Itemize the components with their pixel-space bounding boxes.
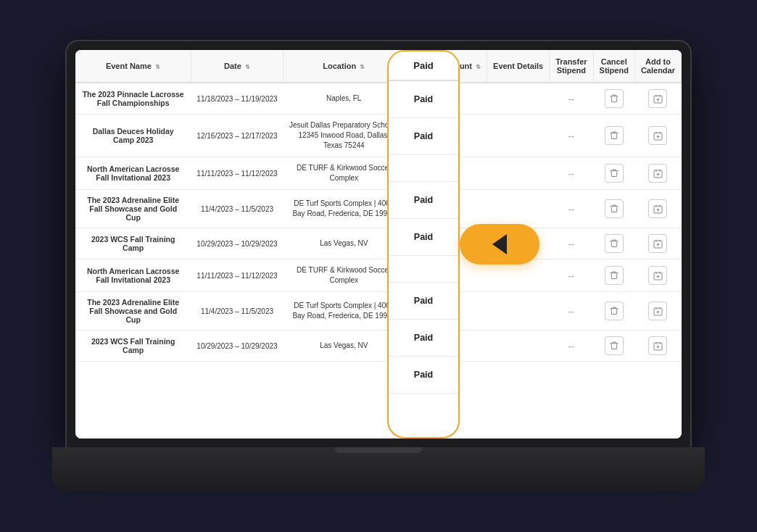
cell-event-details xyxy=(487,292,550,331)
trash-icon xyxy=(610,204,619,214)
cell-date: 12/16/2023 – 12/17/2023 xyxy=(191,115,283,157)
highlight-cell-7: Paid xyxy=(389,283,458,320)
cell-cancel[interactable] xyxy=(593,83,634,115)
col-cancel: CancelStipend xyxy=(593,50,634,83)
cell-cancel[interactable] xyxy=(593,157,634,190)
cell-location: DE TURF & Kirkwood Soccer Complex xyxy=(284,157,405,190)
cell-cancel[interactable] xyxy=(593,190,634,228)
cell-event-details xyxy=(487,331,550,362)
cancel-stipend-btn[interactable] xyxy=(605,266,624,285)
table-row: The 2023 Pinnacle Lacrosse Fall Champion… xyxy=(75,83,682,115)
cell-location: Las Vegas, NV xyxy=(284,228,405,259)
cell-cancel[interactable] xyxy=(593,331,634,362)
cell-event-details xyxy=(487,83,550,115)
calendar-add-icon xyxy=(653,271,663,280)
cell-event-details xyxy=(487,157,550,190)
col-date[interactable]: Date ⇅ xyxy=(191,50,283,83)
table-row: The 2023 Adrenaline Elite Fall Showcase … xyxy=(75,190,682,228)
col-location[interactable]: Location ⇅ xyxy=(284,50,405,83)
cell-cancel[interactable] xyxy=(593,259,634,292)
cell-location: DE Turf Sports Complex | 4000 Bay Road, … xyxy=(284,190,405,228)
highlight-cell-9: Paid xyxy=(389,357,458,394)
cell-event-name: The 2023 Adrenaline Elite Fall Showcase … xyxy=(75,292,191,331)
trash-icon xyxy=(610,130,619,141)
table-row: 2023 WCS Fall Training Camp 10/29/2023 –… xyxy=(75,331,682,362)
cell-date: 11/18/2023 – 11/19/2023 xyxy=(191,83,283,115)
add-calendar-btn[interactable] xyxy=(648,336,667,355)
cell-calendar[interactable] xyxy=(634,259,681,292)
col-event-details: Event Details xyxy=(487,50,550,83)
cell-cancel[interactable] xyxy=(593,292,634,331)
table-row: North American Lacrosse Fall Invitationa… xyxy=(75,157,682,190)
cell-date: 11/4/2023 – 11/5/2023 xyxy=(191,292,283,331)
calendar-add-icon xyxy=(653,307,663,316)
add-calendar-btn[interactable] xyxy=(648,199,667,218)
cancel-stipend-btn[interactable] xyxy=(605,302,624,320)
cell-transfer: -- xyxy=(550,259,593,292)
add-calendar-btn[interactable] xyxy=(648,126,667,145)
cancel-stipend-btn[interactable] xyxy=(605,199,624,218)
cell-calendar[interactable] xyxy=(634,292,681,331)
cell-transfer: -- xyxy=(550,83,593,115)
sort-icon-event: ⇅ xyxy=(155,64,160,70)
cell-event-name: 2023 WCS Fall Training Camp xyxy=(75,331,191,362)
col-event-name[interactable]: Event Name ⇅ xyxy=(75,50,191,83)
cell-event-details xyxy=(487,115,550,157)
add-calendar-btn[interactable] xyxy=(648,164,667,183)
highlight-cell-6 xyxy=(389,256,458,283)
calendar-add-icon xyxy=(653,94,663,104)
cancel-stipend-btn[interactable] xyxy=(605,89,624,108)
laptop-bezel: Event Name ⇅ Date ⇅ Location ⇅ Stipend A… xyxy=(67,41,690,447)
cancel-stipend-btn[interactable] xyxy=(605,234,624,253)
cell-date: 10/29/2023 – 10/29/2023 xyxy=(191,228,283,259)
trash-icon xyxy=(610,306,619,316)
cell-location: Jesuit Dallas Preparatory School | 12345… xyxy=(284,115,405,157)
scroll-left-button[interactable] xyxy=(460,224,539,265)
laptop-wrapper: Event Name ⇅ Date ⇅ Location ⇅ Stipend A… xyxy=(52,41,705,491)
cell-transfer: -- xyxy=(550,115,593,157)
cell-calendar[interactable] xyxy=(634,190,681,228)
add-calendar-btn[interactable] xyxy=(648,266,667,285)
cell-calendar[interactable] xyxy=(634,115,681,157)
cell-calendar[interactable] xyxy=(634,331,681,362)
events-table: Event Name ⇅ Date ⇅ Location ⇅ Stipend A… xyxy=(75,50,682,362)
table-body: The 2023 Pinnacle Lacrosse Fall Champion… xyxy=(75,83,682,362)
col-transfer: TransferStipend xyxy=(550,50,593,83)
trash-icon xyxy=(610,341,619,351)
cell-date: 11/11/2023 – 11/12/2023 xyxy=(191,259,283,292)
cell-transfer: -- xyxy=(550,157,593,190)
cell-event-name: Dallas Deuces Holiday Camp 2023 xyxy=(75,115,191,157)
highlight-cell-4: Paid xyxy=(389,182,458,219)
add-calendar-btn[interactable] xyxy=(648,234,667,253)
calendar-add-icon xyxy=(653,131,663,141)
cell-event-name: North American Lacrosse Fall Invitationa… xyxy=(75,157,191,190)
sort-icon-date: ⇅ xyxy=(245,64,250,70)
cell-event-name: The 2023 Pinnacle Lacrosse Fall Champion… xyxy=(75,83,191,115)
arrow-left-icon xyxy=(492,234,507,254)
cell-calendar[interactable] xyxy=(634,83,681,115)
highlight-cell-3 xyxy=(389,155,458,182)
stipend-column-highlight: Paid Paid Paid Paid Paid Paid Paid Paid xyxy=(387,50,460,439)
cell-calendar[interactable] xyxy=(634,157,681,190)
cell-location: Las Vegas, NV xyxy=(284,331,405,362)
highlight-cell-8: Paid xyxy=(389,320,458,357)
cell-transfer: -- xyxy=(550,228,593,259)
cell-date: 11/11/2023 – 11/12/2023 xyxy=(191,157,283,190)
cancel-stipend-btn[interactable] xyxy=(605,126,624,145)
trash-icon xyxy=(610,238,619,249)
add-calendar-btn[interactable] xyxy=(648,302,667,320)
trash-icon xyxy=(610,168,619,178)
cell-calendar[interactable] xyxy=(634,228,681,259)
cell-event-name: The 2023 Adrenaline Elite Fall Showcase … xyxy=(75,190,191,228)
calendar-add-icon xyxy=(653,341,663,351)
add-calendar-btn[interactable] xyxy=(648,89,667,108)
table-row: 2023 WCS Fall Training Camp 10/29/2023 –… xyxy=(75,228,682,259)
cell-cancel[interactable] xyxy=(593,228,634,259)
table-container: Event Name ⇅ Date ⇅ Location ⇅ Stipend A… xyxy=(75,50,682,439)
cell-event-details xyxy=(487,190,550,228)
cell-event-name: 2023 WCS Fall Training Camp xyxy=(75,228,191,259)
sort-icon-location: ⇅ xyxy=(360,64,365,70)
cancel-stipend-btn[interactable] xyxy=(605,164,624,183)
cell-cancel[interactable] xyxy=(593,115,634,157)
cancel-stipend-btn[interactable] xyxy=(605,336,624,355)
